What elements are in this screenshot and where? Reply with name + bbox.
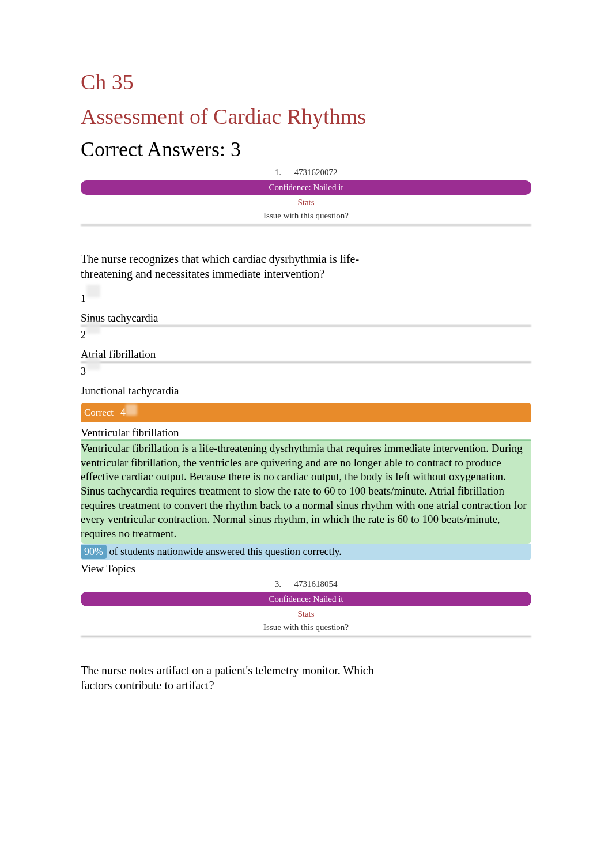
stats-link[interactable]: Stats [81,607,531,621]
question-text: The nurse notes artifact on a patient's … [81,663,380,693]
question-id: 4731620072 [294,168,337,177]
option-number: 1 [81,293,531,305]
correct-answer-row: Correct 4 [81,403,531,422]
confidence-badge: Confidence: Nailed it [81,180,531,195]
percent-badge: 90% [81,545,107,559]
question-id: 4731618054 [294,579,337,588]
question-meta: 3. 4731618054 Confidence: Nailed it Stat… [81,578,531,634]
percent-caption: of students nationwide answered this que… [107,546,342,557]
correct-label: Correct [84,407,114,418]
option-number: 3 [81,365,531,378]
option-number: 4 [120,406,126,418]
issue-link[interactable]: Issue with this question? [81,621,531,634]
question-ordinal: 1. [275,168,281,177]
question-meta: 1. 4731620072 Confidence: Nailed it Stat… [81,166,531,222]
answer-explanation: Ventricular fibrillation is a life-threa… [81,440,531,544]
confidence-badge: Confidence: Nailed it [81,592,531,606]
question-id-row: 3. 4731618054 [81,578,531,591]
page-title: Assessment of Cardiac Rhythms [81,104,531,129]
chapter-label: Ch 35 [81,69,531,95]
question-text: The nurse recognizes that which cardiac … [81,251,380,281]
question-ordinal: 3. [275,579,281,588]
option-text[interactable]: Atrial fibrillation [81,348,531,361]
correct-answer-text: Ventricular fibrillation [81,427,531,439]
question-id-row: 1. 4731620072 [81,166,531,179]
option-text[interactable]: Sinus tachycardia [81,312,531,324]
stats-link[interactable]: Stats [81,196,531,209]
option-text[interactable]: Junctional tachycardia [81,384,531,397]
option-number: 2 [81,329,531,341]
view-topics-link[interactable]: View Topics [81,563,531,575]
hidden-marker-icon [126,404,137,416]
national-stats: 90% of students nationwide answered this… [81,544,531,560]
correct-answers-count: Correct Answers: 3 [81,137,531,161]
issue-link[interactable]: Issue with this question? [81,209,531,222]
